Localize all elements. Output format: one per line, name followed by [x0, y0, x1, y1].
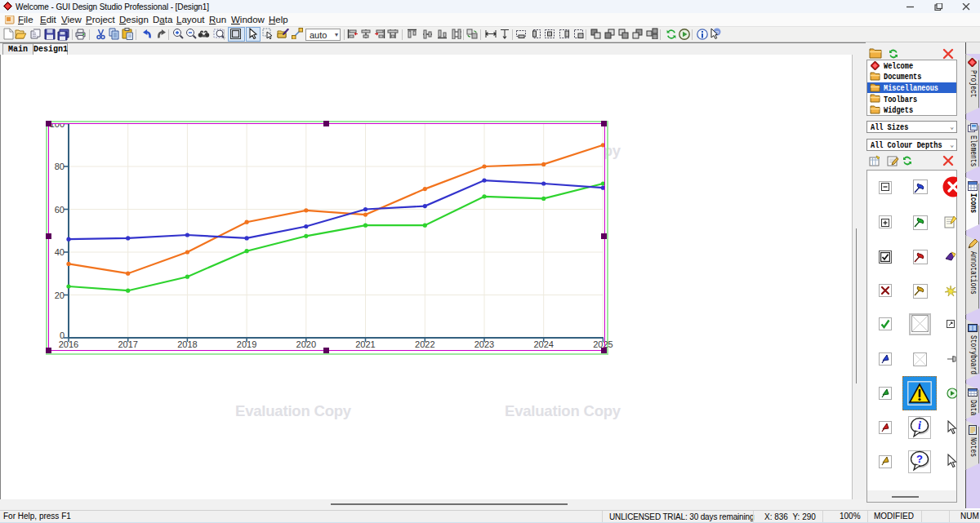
svg-text:?: ?: [916, 453, 923, 465]
svg-text:i: i: [918, 419, 921, 432]
